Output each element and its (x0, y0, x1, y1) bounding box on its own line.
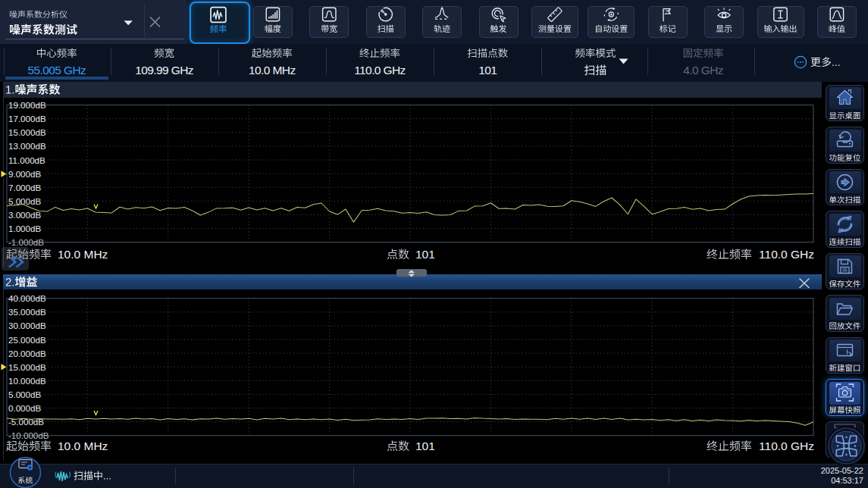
svg-text:17.000dB: 17.000dB (8, 114, 46, 124)
svg-text:5.000dB: 5.000dB (8, 196, 41, 206)
svg-text:55.005 GHz: 55.005 GHz (27, 64, 86, 77)
svg-text:10.0 MHz: 10.0 MHz (58, 248, 108, 261)
svg-text:5.000dB: 5.000dB (8, 389, 41, 399)
svg-text:10.0 MHz: 10.0 MHz (249, 64, 296, 77)
svg-text:9.000dB: 9.000dB (8, 169, 41, 179)
svg-text:7.000dB: 7.000dB (8, 183, 41, 192)
svg-text:109.99 GHz: 109.99 GHz (135, 64, 193, 77)
svg-text:101: 101 (415, 440, 435, 452)
svg-text:13.000dB: 13.000dB (8, 141, 46, 151)
svg-text:30.000dB: 30.000dB (8, 321, 46, 330)
svg-text:101: 101 (415, 248, 435, 261)
svg-text:-1.000dB: -1.000dB (8, 237, 44, 247)
svg-text:40.000dB: 40.000dB (8, 293, 46, 303)
svg-text:3.000dB: 3.000dB (8, 210, 41, 220)
svg-text:11.000dB: 11.000dB (8, 155, 45, 165)
svg-text:110.0 GHz: 110.0 GHz (354, 64, 406, 77)
svg-text:4.0 GHz: 4.0 GHz (683, 64, 723, 77)
svg-text:110.0 GHz: 110.0 GHz (759, 248, 814, 261)
svg-text:-10.000dB: -10.000dB (8, 430, 49, 440)
svg-text:1.000dB: 1.000dB (8, 224, 41, 233)
svg-text:-5.000dB: -5.000dB (8, 417, 44, 427)
svg-text:2025-05-22: 2025-05-22 (821, 466, 863, 475)
svg-text:10.0 MHz: 10.0 MHz (58, 440, 108, 452)
svg-text:04:53:17: 04:53:17 (831, 476, 863, 485)
svg-text:110.0 GHz: 110.0 GHz (759, 440, 814, 452)
svg-text:101: 101 (478, 64, 497, 77)
svg-text:20.000dB: 20.000dB (8, 349, 46, 358)
svg-text:25.000dB: 25.000dB (8, 335, 46, 345)
svg-text:35.000dB: 35.000dB (8, 307, 46, 317)
svg-text:19.000dB: 19.000dB (8, 100, 46, 110)
svg-text:0.000dB: 0.000dB (8, 403, 41, 413)
svg-text:15.000dB: 15.000dB (8, 362, 46, 372)
svg-text:10.000dB: 10.000dB (8, 376, 46, 386)
svg-text:15.000dB: 15.000dB (8, 127, 46, 137)
